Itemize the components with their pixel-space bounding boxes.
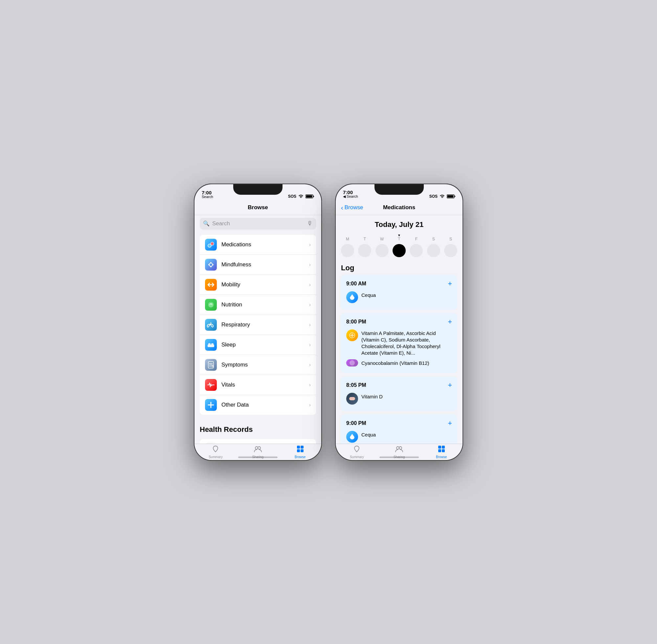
cal-circle-t1[interactable] bbox=[358, 244, 371, 257]
notch-right bbox=[375, 184, 424, 195]
respiratory-svg bbox=[207, 321, 215, 328]
list-item-otherdata[interactable]: Other Data › bbox=[200, 395, 316, 415]
list-item-nutrition[interactable]: Nutrition › bbox=[200, 295, 316, 315]
status-icons-right: SOS bbox=[429, 194, 455, 199]
cal-day-f: F bbox=[410, 237, 423, 242]
tab-browse-left[interactable]: Browse bbox=[279, 445, 321, 459]
browse-content: 🔍 Search 🎙 Medicati bbox=[195, 215, 321, 444]
health-records-list: All Records › bbox=[200, 439, 316, 444]
battery-icon-right bbox=[447, 194, 455, 198]
browse-tab-label-right: Browse bbox=[436, 455, 447, 459]
back-label: Browse bbox=[345, 204, 363, 211]
cal-circle-m[interactable] bbox=[341, 244, 354, 257]
svg-rect-33 bbox=[300, 449, 303, 452]
log-plus-8pm[interactable]: + bbox=[448, 318, 452, 326]
list-item-symptoms[interactable]: Symptoms › bbox=[200, 355, 316, 375]
nutrition-icon bbox=[205, 299, 217, 311]
cal-day-m: M bbox=[341, 237, 354, 242]
log-card-805pm-header: 8:05 PM + bbox=[346, 381, 452, 390]
cal-circle-s1[interactable] bbox=[427, 244, 440, 257]
summary-tab-label: Summary bbox=[209, 455, 223, 459]
calendar-days: M T W ▼ T F S S bbox=[341, 237, 457, 242]
log-time-9pm: 9:00 PM bbox=[346, 420, 366, 426]
cal-day-s2: S bbox=[444, 237, 457, 242]
nutrition-label: Nutrition bbox=[221, 301, 304, 308]
calendar-strip: M T W ▼ T F S S bbox=[336, 234, 462, 260]
search-icon: 🔍 bbox=[203, 220, 209, 227]
nutrition-svg bbox=[207, 301, 214, 308]
mobility-label: Mobility bbox=[221, 281, 304, 288]
cal-day-t1: T bbox=[358, 237, 371, 242]
search-back-right: ◀ Search bbox=[343, 194, 358, 199]
svg-rect-30 bbox=[297, 446, 300, 448]
wifi-icon-right bbox=[439, 194, 445, 198]
cal-circle-s2[interactable] bbox=[444, 244, 457, 257]
sos-label: SOS bbox=[288, 194, 296, 199]
cequa-evening-icon bbox=[346, 431, 358, 443]
search-bar-container: 🔍 Search 🎙 bbox=[195, 215, 321, 232]
vitals-svg bbox=[207, 382, 214, 388]
list-item-medications[interactable]: Medications › bbox=[200, 235, 316, 255]
sleep-svg bbox=[207, 342, 214, 348]
cal-circle-f[interactable] bbox=[410, 244, 423, 257]
log-card-9am-header: 9:00 AM + bbox=[346, 279, 452, 288]
list-item-vitals[interactable]: Vitals › bbox=[200, 375, 316, 395]
browse-tab-icon bbox=[297, 445, 304, 455]
svg-rect-35 bbox=[455, 196, 455, 197]
right-phone: 7:00 ◀ Search SOS ‹ Browse Medi bbox=[335, 184, 463, 461]
respiratory-label: Respiratory bbox=[221, 322, 304, 328]
drop-icon-evening bbox=[349, 433, 356, 440]
cal-circle-w[interactable] bbox=[376, 244, 389, 257]
vitals-label: Vitals bbox=[221, 382, 304, 388]
search-bar[interactable]: 🔍 Search 🎙 bbox=[200, 218, 316, 230]
left-phone: 7:00 Search SOS Browse bbox=[194, 184, 322, 461]
log-section: Log 9:00 AM + Cequa bbox=[336, 260, 462, 444]
svg-rect-32 bbox=[297, 449, 300, 452]
browse-tab-icon-right bbox=[438, 445, 445, 455]
wifi-icon bbox=[298, 194, 303, 198]
list-item-mobility[interactable]: Mobility › bbox=[200, 275, 316, 295]
medications-icon bbox=[205, 239, 217, 251]
search-back-left: Search bbox=[202, 195, 213, 199]
tab-summary-right[interactable]: Summary bbox=[336, 445, 378, 459]
svg-point-29 bbox=[258, 446, 260, 449]
list-item-sleep[interactable]: Sleep › bbox=[200, 335, 316, 355]
summary-tab-label-right: Summary bbox=[350, 455, 364, 459]
svg-rect-31 bbox=[300, 446, 303, 448]
log-time-805pm: 8:05 PM bbox=[346, 382, 366, 388]
sharing-tab-icon-right bbox=[395, 445, 403, 455]
log-card-8pm-header: 8:00 PM + bbox=[346, 318, 452, 326]
date-header: Today, July 21 bbox=[336, 215, 462, 234]
cal-day-today-container: ▼ T bbox=[392, 237, 406, 242]
symptoms-chevron: › bbox=[309, 362, 311, 368]
respiratory-chevron: › bbox=[309, 322, 311, 328]
mic-icon[interactable]: 🎙 bbox=[307, 220, 313, 227]
tab-summary-left[interactable]: Summary bbox=[195, 445, 237, 459]
svg-point-39 bbox=[399, 446, 402, 449]
symptoms-icon bbox=[205, 359, 217, 371]
vitamind-name: Vitamin D bbox=[361, 393, 383, 400]
cal-day-s1: S bbox=[427, 237, 440, 242]
mobility-icon bbox=[205, 279, 217, 291]
svg-rect-40 bbox=[438, 446, 441, 448]
log-plus-9pm[interactable]: + bbox=[448, 419, 452, 428]
svg-point-10 bbox=[208, 264, 209, 266]
log-card-9pm-header: 9:00 PM + bbox=[346, 419, 452, 428]
back-button[interactable]: ‹ Browse bbox=[341, 204, 363, 211]
list-item-all-records[interactable]: All Records › bbox=[200, 439, 316, 444]
svg-point-7 bbox=[209, 263, 212, 266]
respiratory-icon bbox=[205, 319, 217, 331]
svg-point-6 bbox=[211, 243, 213, 245]
log-time-8pm: 8:00 PM bbox=[346, 319, 366, 325]
b12-icon bbox=[346, 359, 358, 367]
log-plus-9am[interactable]: + bbox=[448, 279, 452, 288]
tab-browse-right[interactable]: Browse bbox=[420, 445, 462, 459]
list-item-mindfulness[interactable]: Mindfulness › bbox=[200, 255, 316, 275]
mindfulness-chevron: › bbox=[309, 262, 311, 268]
summary-tab-icon-right bbox=[353, 445, 360, 455]
cal-circle-today[interactable] bbox=[392, 244, 406, 257]
health-records-header: Health Records bbox=[195, 417, 321, 436]
list-item-respiratory[interactable]: Respiratory › bbox=[200, 315, 316, 335]
log-title: Log bbox=[341, 260, 457, 275]
log-plus-805pm[interactable]: + bbox=[448, 381, 452, 390]
